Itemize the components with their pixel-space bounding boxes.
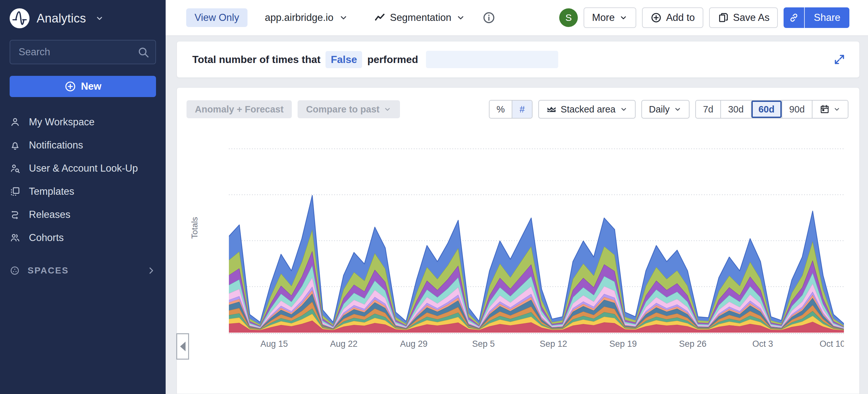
- svg-text:Aug 22: Aug 22: [330, 339, 358, 349]
- avatar-initial: S: [565, 12, 572, 23]
- share-label: Share: [814, 12, 840, 24]
- new-button[interactable]: New: [10, 76, 156, 97]
- number-mode-button[interactable]: #: [512, 101, 532, 118]
- sidebar-item-label: User & Account Look-Up: [29, 163, 138, 174]
- chevron-down-icon: [833, 105, 841, 113]
- sidebar-item-user-account-lookup[interactable]: User & Account Look-Up: [0, 157, 166, 180]
- copy-link-button[interactable]: [783, 7, 805, 28]
- info-icon[interactable]: [482, 11, 496, 24]
- bell-icon: [10, 140, 21, 151]
- subject-chip[interactable]: False: [326, 51, 362, 68]
- template-icon: [10, 186, 21, 197]
- sidebar-item-templates[interactable]: Templates: [0, 180, 166, 203]
- value-mode-toggle: % #: [489, 100, 532, 119]
- range-7d-button[interactable]: 7d: [696, 101, 720, 118]
- share-button[interactable]: Share: [805, 7, 849, 28]
- chart-title-prefix: Total number of times that: [192, 54, 320, 65]
- add-to-button[interactable]: Add to: [642, 7, 703, 28]
- add-to-label: Add to: [666, 12, 695, 24]
- save-as-label: Save As: [733, 12, 770, 24]
- chevron-down-icon: [339, 13, 348, 23]
- event-selector-redacted[interactable]: [426, 51, 558, 68]
- sidebar-item-label: Notifications: [29, 139, 83, 151]
- chevron-right-icon: [146, 266, 156, 275]
- y-axis-label: Totals: [190, 217, 200, 239]
- chevron-down-icon: [674, 105, 682, 113]
- svg-text:Oct 3: Oct 3: [752, 339, 773, 349]
- more-label: More: [592, 12, 615, 24]
- calendar-icon: [819, 104, 830, 114]
- sidebar-item-label: Releases: [29, 209, 70, 221]
- sidebar-nav: My Workspace Notifications User & Accoun…: [0, 111, 166, 249]
- avatar[interactable]: S: [559, 8, 578, 27]
- copy-icon: [717, 12, 729, 24]
- range-90d-button[interactable]: 90d: [782, 101, 812, 118]
- svg-text:Aug 15: Aug 15: [260, 339, 288, 349]
- anomaly-forecast-label: Anomaly + Forecast: [195, 104, 283, 115]
- search-input[interactable]: [10, 40, 156, 64]
- chart-style-dropdown[interactable]: Stacked area: [538, 100, 636, 119]
- sidebar-item-label: Cohorts: [29, 232, 64, 244]
- svg-text:Aug 29: Aug 29: [400, 339, 428, 349]
- sidebar-search: [10, 40, 156, 64]
- person-icon: [10, 117, 21, 128]
- svg-text:Sep 26: Sep 26: [679, 339, 707, 349]
- spaces-icon: [10, 265, 20, 276]
- app-window: Analytics New My Workspace: [0, 0, 868, 394]
- svg-text:Oct 10: Oct 10: [819, 339, 844, 349]
- project-name: app.airbridge.io: [265, 12, 334, 24]
- spaces-label: SPACES: [28, 265, 139, 276]
- sidebar-item-cohorts[interactable]: Cohorts: [0, 226, 166, 249]
- chart-type-selector[interactable]: Segmentation: [374, 12, 465, 24]
- custom-date-button[interactable]: [812, 101, 848, 118]
- svg-text:Sep 19: Sep 19: [609, 339, 637, 349]
- plus-circle-icon: [650, 12, 662, 24]
- granularity-dropdown[interactable]: Daily: [641, 100, 689, 119]
- sidebar-item-notifications[interactable]: Notifications: [0, 134, 166, 157]
- sidebar-item-releases[interactable]: Releases: [0, 203, 166, 226]
- search-icon: [137, 46, 150, 58]
- brand-switcher[interactable]: Analytics: [0, 0, 166, 35]
- compare-to-past-label: Compare to past: [306, 104, 379, 115]
- svg-text:Sep 5: Sep 5: [472, 339, 495, 349]
- save-as-button[interactable]: Save As: [709, 7, 778, 28]
- brand-name: Analytics: [37, 11, 86, 25]
- svg-text:Sep 12: Sep 12: [539, 339, 567, 349]
- more-button[interactable]: More: [584, 7, 636, 28]
- share-split-button: Share: [783, 7, 849, 28]
- sidebar-item-my-workspace[interactable]: My Workspace: [0, 111, 166, 134]
- people-icon: [10, 232, 21, 243]
- granularity-label: Daily: [649, 104, 670, 115]
- line-chart-icon: [374, 12, 385, 24]
- range-30d-button[interactable]: 30d: [720, 101, 750, 118]
- chart-style-label: Stacked area: [561, 104, 616, 115]
- chevron-down-icon: [383, 105, 392, 113]
- compare-to-past-button[interactable]: Compare to past: [298, 100, 400, 118]
- chevron-down-icon: [620, 105, 628, 113]
- view-only-badge: View Only: [186, 8, 248, 27]
- chart-type-label: Segmentation: [390, 12, 451, 24]
- sidebar-item-label: My Workspace: [29, 116, 94, 128]
- sidebar-item-label: Templates: [29, 186, 74, 197]
- range-60d-button[interactable]: 60d: [751, 101, 782, 118]
- new-button-label: New: [81, 81, 101, 92]
- triangle-left-icon: [180, 342, 186, 351]
- plus-circle-icon: [64, 80, 76, 92]
- topbar-actions: S More Add to Save As: [559, 7, 849, 28]
- amplitude-logo-icon: [10, 8, 30, 28]
- chart-title-verb: performed: [367, 54, 418, 65]
- stacked-area-chart[interactable]: Aug 15Aug 22Aug 29Sep 5Sep 12Sep 19Sep 2…: [229, 129, 844, 355]
- date-range-group: 7d 30d 60d 90d: [695, 100, 848, 119]
- sidebar-collapse-handle[interactable]: [176, 333, 189, 360]
- expand-icon[interactable]: [833, 53, 846, 66]
- anomaly-forecast-button[interactable]: Anomaly + Forecast: [186, 100, 292, 118]
- sidebar-item-spaces[interactable]: SPACES: [0, 258, 166, 283]
- percent-mode-button[interactable]: %: [490, 101, 512, 118]
- project-selector[interactable]: app.airbridge.io: [265, 12, 348, 24]
- link-icon: [788, 12, 799, 23]
- person-search-icon: [10, 163, 21, 174]
- chart-card: Anomaly + Forecast Compare to past % # S…: [177, 87, 860, 394]
- stacked-area-icon: [546, 104, 557, 115]
- chart-title-card: Total number of times that False perform…: [177, 41, 860, 78]
- chart-controls: Anomaly + Forecast Compare to past % # S…: [177, 88, 859, 119]
